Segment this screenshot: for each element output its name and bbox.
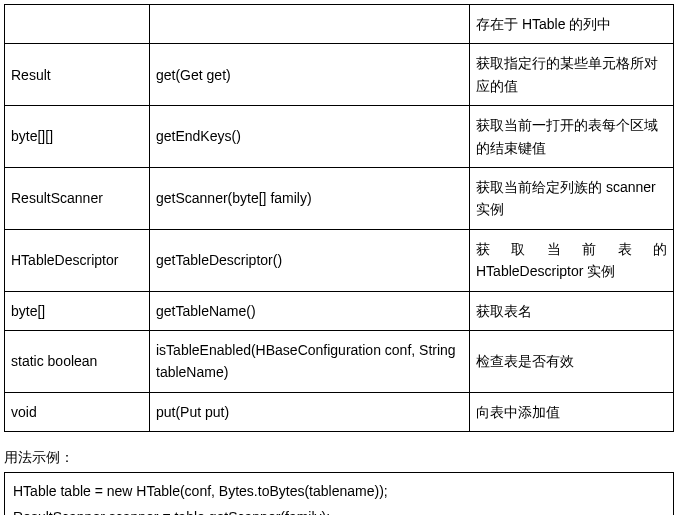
table-row: Resultget(Get get)获取指定行的某些单元格所对应的值 — [5, 44, 674, 106]
example-label: 用法示例： — [4, 446, 674, 468]
table-row: HTableDescriptorgetTableDescriptor()获 取 … — [5, 229, 674, 291]
cell-description: 获取指定行的某些单元格所对应的值 — [470, 44, 674, 106]
cell-description: 获取当前给定列族的 scanner实例 — [470, 167, 674, 229]
code-line: HTable table = new HTable(conf, Bytes.to… — [13, 479, 665, 504]
cell-method: getScanner(byte[] family) — [150, 167, 470, 229]
cell-return-type: Result — [5, 44, 150, 106]
table-row: 存在于 HTable 的列中 — [5, 5, 674, 44]
table-row: voidput(Put put)向表中添加值 — [5, 392, 674, 431]
table-row: ResultScannergetScanner(byte[] family)获取… — [5, 167, 674, 229]
cell-description: 获取当前一打开的表每个区域的结束键值 — [470, 106, 674, 168]
cell-return-type — [5, 5, 150, 44]
cell-description: 向表中添加值 — [470, 392, 674, 431]
cell-method: put(Put put) — [150, 392, 470, 431]
table-row: byte[]getTableName()获取表名 — [5, 291, 674, 330]
cell-return-type: byte[][] — [5, 106, 150, 168]
cell-method: get(Get get) — [150, 44, 470, 106]
cell-return-type: ResultScanner — [5, 167, 150, 229]
cell-description: 检查表是否有效 — [470, 330, 674, 392]
api-table: 存在于 HTable 的列中Resultget(Get get)获取指定行的某些… — [4, 4, 674, 432]
cell-method: getEndKeys() — [150, 106, 470, 168]
cell-method: getTableName() — [150, 291, 470, 330]
code-line: ResultScanner scanner = table.getScanner… — [13, 505, 665, 515]
cell-method — [150, 5, 470, 44]
cell-return-type: static boolean — [5, 330, 150, 392]
table-row: static booleanisTableEnabled(HBaseConfig… — [5, 330, 674, 392]
cell-return-type: HTableDescriptor — [5, 229, 150, 291]
cell-description: 存在于 HTable 的列中 — [470, 5, 674, 44]
table-row: byte[][]getEndKeys()获取当前一打开的表每个区域的结束键值 — [5, 106, 674, 168]
cell-description: 获 取 当 前 表 的HTableDescriptor 实例 — [470, 229, 674, 291]
cell-return-type: byte[] — [5, 291, 150, 330]
cell-description: 获取表名 — [470, 291, 674, 330]
cell-return-type: void — [5, 392, 150, 431]
cell-method: getTableDescriptor() — [150, 229, 470, 291]
code-example: HTable table = new HTable(conf, Bytes.to… — [4, 472, 674, 515]
cell-method: isTableEnabled(HBaseConfiguration conf, … — [150, 330, 470, 392]
